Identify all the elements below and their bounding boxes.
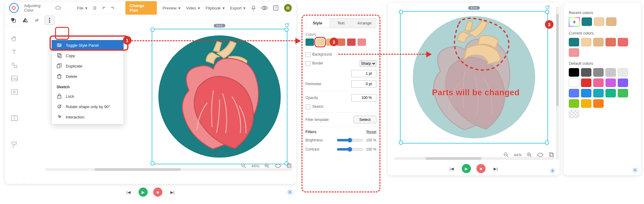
rotate-handle-icon[interactable] — [284, 23, 289, 27]
format-painter-icon[interactable] — [11, 142, 18, 148]
color-swatch[interactable] — [316, 38, 324, 46]
undo-icon[interactable]: ↶ — [102, 6, 105, 10]
color-swatch[interactable] — [305, 38, 314, 46]
color-swatch[interactable] — [618, 38, 628, 46]
color-swatch[interactable] — [593, 78, 604, 87]
color-swatch[interactable] — [593, 38, 604, 46]
color-swatch[interactable] — [594, 17, 604, 26]
color-swatch[interactable] — [593, 89, 604, 97]
color-swatch[interactable] — [605, 38, 616, 46]
export-menu[interactable]: Export ▾ — [230, 6, 246, 10]
color-swatch[interactable] — [347, 38, 356, 46]
color-swatch[interactable] — [581, 99, 591, 108]
skip-forward-icon[interactable]: ▶| — [168, 188, 177, 197]
color-swatch[interactable] — [569, 48, 579, 57]
border-style-select[interactable]: Sharp — [360, 60, 376, 67]
color-swatch[interactable] — [605, 78, 616, 87]
menu-rotate-90[interactable]: 90 Rotate shape only by 90° — [52, 101, 124, 112]
horizontal-scrollbar[interactable] — [394, 157, 553, 160]
redo-icon[interactable]: ↷ — [111, 6, 114, 10]
background-checkbox[interactable] — [305, 52, 310, 57]
image-icon[interactable] — [11, 76, 18, 82]
color-swatch[interactable] — [581, 89, 591, 97]
gear-icon[interactable] — [550, 168, 555, 173]
vertical-scrollbar[interactable] — [556, 6, 559, 160]
add-color-button[interactable]: + — [569, 17, 580, 27]
text-tool-icon[interactable] — [11, 49, 18, 56]
select-filter-button[interactable]: Select — [353, 116, 376, 123]
opacity-input[interactable] — [351, 94, 376, 101]
resize-handle[interactable] — [399, 140, 403, 145]
help-icon[interactable]: ? — [273, 5, 279, 11]
resize-handle[interactable] — [150, 161, 155, 166]
border-width-input[interactable] — [351, 70, 376, 77]
sketch-checkbox[interactable] — [305, 104, 310, 109]
app-logo[interactable] — [9, 3, 19, 13]
tab-style[interactable]: Style — [306, 18, 329, 28]
color-swatch[interactable] — [581, 78, 591, 87]
video-menu[interactable]: Video ▾ — [186, 6, 200, 10]
video-icon[interactable] — [11, 89, 18, 96]
skip-back-icon[interactable]: |◀ — [447, 164, 456, 173]
horizontal-scrollbar[interactable] — [45, 168, 292, 171]
color-swatch[interactable] — [581, 68, 591, 77]
menu-interaction[interactable]: Interaction — [52, 112, 124, 122]
color-swatch[interactable] — [618, 78, 628, 87]
avatar[interactable]: R — [284, 4, 292, 12]
bell-icon[interactable] — [251, 5, 256, 11]
color-swatch[interactable] — [581, 38, 591, 46]
color-swatch[interactable] — [618, 68, 628, 77]
color-swatch[interactable] — [569, 68, 579, 77]
selection-box[interactable]: SVG — [400, 11, 548, 144]
resize-handle[interactable] — [150, 27, 155, 32]
flip-icon[interactable] — [21, 16, 29, 24]
tab-arrange[interactable]: Arrange — [353, 18, 376, 28]
menu-copy[interactable]: Copy — [52, 50, 124, 61]
reset-link[interactable]: Reset — [366, 130, 376, 134]
color-swatch[interactable] — [605, 68, 616, 77]
color-swatch[interactable] — [593, 99, 604, 108]
color-swatch[interactable] — [618, 89, 628, 97]
color-swatch[interactable] — [357, 38, 366, 46]
canvas-b[interactable]: SVG — [400, 11, 547, 145]
border-checkbox[interactable] — [305, 61, 310, 66]
gear-icon[interactable] — [632, 167, 638, 173]
menu-toggle-style-panel[interactable]: Toggle Style Panel — [52, 40, 124, 50]
gear-icon[interactable] — [287, 189, 293, 195]
swap-icon[interactable]: ⇄ — [33, 16, 40, 24]
resize-handle[interactable] — [545, 140, 549, 145]
document-title[interactable]: Adjusting Color — [24, 3, 50, 13]
color-swatch[interactable] — [569, 99, 579, 108]
stop-icon[interactable]: ■ — [476, 164, 486, 173]
play-icon[interactable]: ▶ — [139, 188, 148, 197]
tab-text[interactable]: Text — [329, 18, 353, 28]
color-swatch[interactable] — [582, 17, 592, 26]
flipbook-menu[interactable]: Flipbook ▾ — [205, 6, 224, 10]
play-icon[interactable]: ▶ — [462, 164, 471, 173]
panel-icon[interactable] — [11, 115, 18, 122]
menu-delete[interactable]: Delete — [52, 71, 124, 82]
resize-handle[interactable] — [284, 27, 289, 32]
menu-duplicate[interactable]: Duplicate — [52, 61, 124, 71]
brightness-slider[interactable] — [337, 138, 363, 143]
color-swatch[interactable] — [606, 17, 616, 26]
change-plan-button[interactable]: Change Plan — [125, 1, 157, 15]
contrast-slider[interactable] — [337, 147, 363, 152]
eye-icon[interactable] — [261, 6, 268, 10]
rotate-handle-icon[interactable] — [545, 5, 550, 10]
color-swatch[interactable] — [569, 89, 579, 97]
preview-menu[interactable]: Preview ▾ — [162, 6, 180, 10]
color-swatch[interactable] — [593, 68, 604, 77]
skip-forward-icon[interactable]: ▶| — [491, 164, 500, 173]
more-menu-button[interactable] — [45, 16, 54, 25]
resize-handle[interactable] — [399, 10, 403, 14]
hand-icon[interactable] — [11, 35, 18, 42]
resize-handle[interactable] — [545, 10, 549, 14]
file-menu[interactable]: File ▾ — [77, 6, 87, 10]
hamburger-icon[interactable]: ☰ — [93, 6, 97, 10]
copy-shape-icon[interactable] — [10, 16, 17, 24]
color-swatch[interactable] — [605, 89, 616, 97]
stop-icon[interactable]: ■ — [153, 188, 162, 197]
shapes-icon[interactable] — [11, 62, 18, 69]
selection-box[interactable]: SVG — [152, 29, 287, 164]
